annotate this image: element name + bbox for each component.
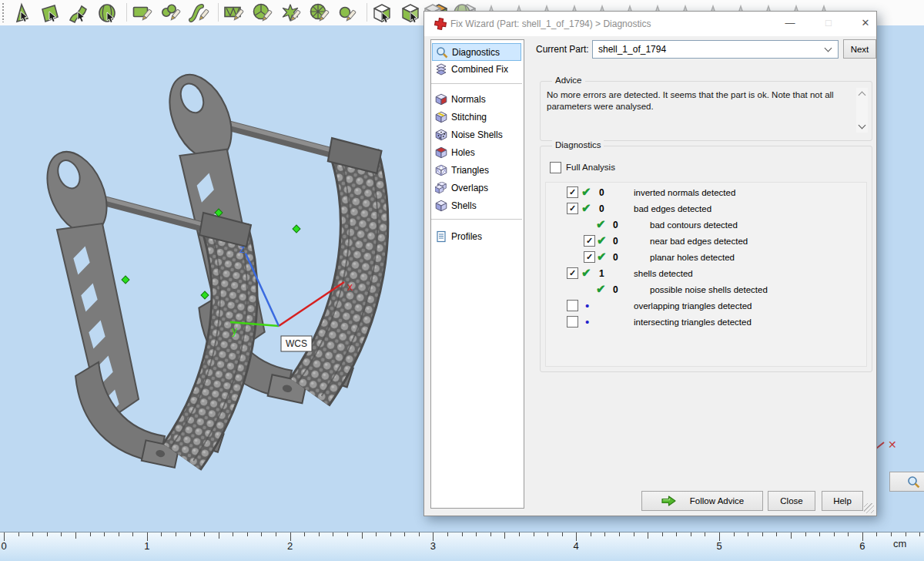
sidebar-item-noise-shells[interactable]: Noise Shells — [433, 126, 520, 143]
ruler-tick — [18, 532, 19, 536]
ruler-tick — [604, 532, 605, 536]
magnifier-icon — [907, 475, 920, 489]
ruler-tick — [562, 532, 563, 536]
diagnostic-checkbox[interactable] — [567, 316, 578, 328]
ruler-tick — [776, 532, 777, 536]
diagnostic-row: ✓✔0inverted normals detected — [546, 186, 877, 202]
scroll-down-icon[interactable] — [859, 122, 866, 129]
check-icon: ✔ — [581, 201, 591, 215]
follow-advice-button[interactable]: Follow Advice — [641, 491, 763, 511]
sidebar-item-normals[interactable]: Normals — [433, 91, 520, 107]
follow-advice-label: Follow Advice — [690, 496, 744, 506]
diagnostic-checkbox[interactable]: ✓ — [567, 267, 578, 279]
sidebar-item-label: Triangles — [451, 165, 489, 176]
sidebar-item-label: Noise Shells — [451, 129, 503, 140]
ruler-tick — [876, 532, 877, 536]
ruler-tick — [304, 532, 305, 536]
ruler-tick — [204, 532, 205, 536]
diagnostics-groupbox: Diagnostics Full Analysis ✓✔0inverted no… — [540, 146, 872, 372]
sidebar-separator — [431, 83, 522, 84]
ruler-number: 4 — [567, 540, 585, 552]
diagnostic-row: ✓✔0bad edges detected — [546, 202, 877, 218]
ruler-tick — [90, 532, 91, 536]
sidebar-item-shells[interactable]: Shells — [433, 197, 520, 213]
dot-icon: • — [585, 299, 589, 312]
advice-group-title: Advice — [552, 76, 585, 85]
sidebar-item-label: Shells — [451, 200, 477, 211]
ruler-tick — [762, 532, 763, 536]
sidebar-item-profiles[interactable]: Profiles — [433, 228, 520, 244]
ruler-tick — [906, 532, 906, 536]
ruler-tick — [662, 532, 663, 536]
axis-x-label: x — [347, 280, 353, 293]
close-button[interactable]: Close — [768, 491, 815, 511]
sidebar-item-label: Normals — [451, 94, 486, 105]
ruler-tick — [233, 532, 233, 536]
diagnostic-label: near bad edges detected — [650, 237, 748, 246]
sidebar-item-stitching[interactable]: Stitching — [433, 109, 520, 125]
diagnostic-row: •intersecting triangles detected — [546, 315, 877, 331]
diagnostics-panel: ✓✔0inverted normals detected✓✔0bad edges… — [545, 182, 867, 367]
sidebar-item-holes[interactable]: Holes — [433, 144, 520, 160]
check-icon: ✔ — [596, 217, 606, 231]
sidebar-item-label: Stitching — [451, 112, 487, 123]
full-analysis-checkbox[interactable] — [550, 162, 561, 173]
advice-text: No more errors are detected. It seems th… — [547, 89, 852, 113]
next-button[interactable]: Next — [843, 39, 876, 59]
profiles-icon — [435, 230, 447, 243]
close-window-button[interactable]: ✕ — [852, 12, 879, 35]
sidebar-item-label: Holes — [451, 147, 475, 158]
ruler: cm 0123456 — [0, 532, 924, 561]
diagnostics-group-title: Diagnostics — [552, 140, 604, 149]
ruler-tick — [805, 532, 806, 536]
wizard-pages-list: DiagnosticsCombined FixNormalsStitchingN… — [430, 39, 524, 509]
sidebar-item-triangles[interactable]: Triangles — [433, 162, 520, 178]
sidebar-item-label: Combined Fix — [451, 64, 508, 75]
check-icon: ✔ — [597, 233, 607, 247]
ruler-tick — [691, 532, 691, 536]
ruler-tick — [476, 532, 477, 536]
current-part-value: shell_1_of_1794 — [598, 44, 666, 55]
full-analysis-label: Full Analysis — [566, 163, 615, 172]
diagnostic-checkbox[interactable]: ✓ — [567, 203, 578, 214]
diagnostic-label: possible noise shells detected — [650, 285, 768, 294]
diagnostic-checkbox[interactable]: ✓ — [567, 186, 578, 198]
advice-scrollbar[interactable] — [856, 88, 868, 133]
ruler-tick — [219, 532, 219, 539]
ruler-tick — [547, 532, 548, 536]
ruler-tick — [634, 532, 634, 536]
diagnostic-label: inverted normals detected — [634, 188, 735, 197]
axis-y-label: y — [232, 324, 237, 337]
diagnostic-row: ✓✔0planar holes detected — [546, 250, 877, 267]
ruler-tick — [734, 532, 735, 536]
scroll-up-icon[interactable] — [859, 92, 866, 99]
ruler-number: 6 — [853, 540, 872, 552]
diagnostic-checkbox[interactable]: ✓ — [584, 251, 595, 263]
update-button[interactable]: Update — [889, 472, 924, 492]
ruler-tick — [119, 532, 119, 536]
sidebar-item-overlaps[interactable]: Overlaps — [433, 180, 520, 196]
ruler-tick — [462, 532, 463, 536]
ruler-tick — [447, 532, 448, 536]
sidebar-item-diagnostics[interactable]: Diagnostics — [432, 43, 521, 61]
check-icon: ✔ — [581, 266, 591, 280]
sidebar-item-combined-fix[interactable]: Combined Fix — [433, 61, 520, 77]
current-part-combobox[interactable]: shell_1_of_1794 — [592, 40, 839, 59]
diagnostic-label: bad contours detected — [650, 220, 738, 230]
diagnostic-checkbox[interactable]: ✓ — [584, 235, 595, 247]
ruler-tick — [504, 532, 505, 539]
diagnostic-row: ✔0bad contours detected — [546, 218, 877, 234]
resize-grip[interactable] — [864, 503, 874, 513]
ruler-number: 5 — [710, 540, 728, 552]
diagnostic-count: 0 — [599, 203, 604, 214]
mesh-part-right[interactable] — [157, 65, 381, 403]
diagnostic-checkbox[interactable] — [567, 300, 578, 311]
dialog-titlebar[interactable]: Fix Wizard (Part: shell_1_of_1794) > Dia… — [424, 12, 876, 36]
minimize-button[interactable]: — — [777, 12, 803, 35]
ruler-tick — [132, 532, 133, 536]
ruler-tick — [347, 532, 348, 536]
help-button[interactable]: Help — [822, 491, 863, 511]
ruler-tick — [919, 532, 920, 536]
diagnostic-label: overlapping triangles detected — [634, 301, 752, 311]
maximize-button[interactable]: □ — [815, 12, 842, 35]
